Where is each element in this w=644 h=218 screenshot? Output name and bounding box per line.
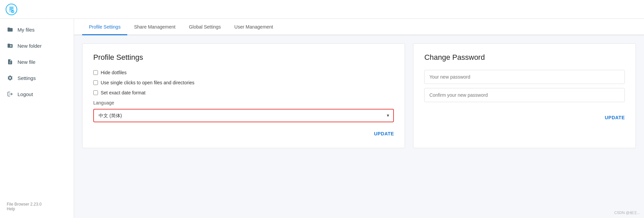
profile-update-button[interactable]: UPDATE [374,129,394,138]
app-logo [5,3,18,15]
svg-point-5 [11,10,14,13]
sidebar-item-logout[interactable]: Logout [0,86,74,102]
sidebar-item-new-file[interactable]: New file [0,54,74,70]
main-content: Profile Settings Share Management Global… [74,19,644,218]
gear-icon [7,75,13,81]
help-link[interactable]: Help [7,207,67,211]
exact-date-label: Set exact date format [101,90,145,95]
exact-date-checkbox-row[interactable]: Set exact date format [93,90,394,95]
sidebar-footer: File Browser 2.23.0 Help [0,198,74,215]
svg-rect-2 [10,7,13,7]
sidebar-item-new-folder[interactable]: New folder [0,38,74,54]
change-password-card: Change Password UPDATE [413,43,636,148]
tab-global-settings[interactable]: Global Settings [182,19,228,35]
watermark: CSDN @候汪... [614,210,640,215]
logout-icon [7,91,13,97]
sidebar-item-my-files[interactable]: My files [0,21,74,38]
language-select-wrapper: 中文 (简体) English Français Deutsch Español… [93,109,394,122]
new-folder-icon [7,42,13,49]
single-clicks-label: Use single clicks to open files and dire… [101,80,195,85]
folder-icon [7,26,13,33]
sidebar-item-label: New file [18,59,35,65]
hide-dotfiles-label: Hide dotfiles [101,70,127,75]
sidebar-item-label: My files [18,27,35,33]
content-area: Profile Settings Hide dotfiles Use singl… [74,35,644,156]
app-layout: My files New folder New file Settings Lo [0,19,644,218]
hide-dotfiles-checkbox-row[interactable]: Hide dotfiles [93,70,394,75]
app-version: File Browser 2.23.0 [7,202,41,207]
hide-dotfiles-checkbox[interactable] [93,70,98,75]
new-password-input[interactable] [424,70,625,84]
single-clicks-checkbox[interactable] [93,80,98,85]
sidebar: My files New folder New file Settings Lo [0,19,74,218]
password-update-button[interactable]: UPDATE [605,113,625,122]
svg-rect-4 [10,9,12,10]
header [0,0,644,19]
tab-share-management[interactable]: Share Management [127,19,182,35]
tabs-bar: Profile Settings Share Management Global… [74,19,644,35]
change-password-title: Change Password [424,53,625,62]
language-label: Language [93,100,394,105]
tab-profile-settings[interactable]: Profile Settings [82,19,127,35]
profile-settings-title: Profile Settings [93,53,394,62]
profile-settings-card: Profile Settings Hide dotfiles Use singl… [82,43,405,148]
tab-user-management[interactable]: User Management [228,19,280,35]
language-select[interactable]: 中文 (简体) English Français Deutsch Español… [93,109,394,122]
sidebar-item-settings[interactable]: Settings [0,70,74,86]
new-file-icon [7,58,13,65]
sidebar-item-label: Logout [18,91,33,97]
sidebar-item-label: New folder [18,43,42,49]
sidebar-item-label: Settings [18,75,36,81]
exact-date-checkbox[interactable] [93,90,98,95]
single-clicks-checkbox-row[interactable]: Use single clicks to open files and dire… [93,80,394,85]
confirm-password-input[interactable] [424,88,625,102]
svg-rect-3 [10,8,13,9]
